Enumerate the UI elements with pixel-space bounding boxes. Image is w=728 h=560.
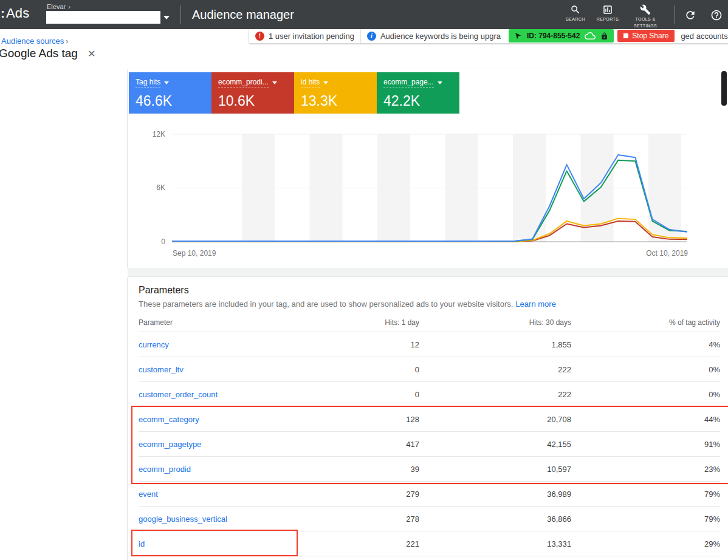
dropdown-caret-icon[interactable] — [164, 81, 169, 84]
parameter-link[interactable]: customer_ltv — [139, 365, 184, 374]
parameter-link[interactable]: ecomm_prodid — [139, 465, 191, 474]
parameters-table-body: currency121,8554%customer_ltv02220%custo… — [139, 332, 720, 556]
table-cell: 0 — [321, 382, 419, 407]
table-cell-parameter: id — [139, 531, 321, 556]
search-icon — [570, 4, 581, 15]
dropdown-caret-icon[interactable] — [438, 81, 442, 84]
topbar-divider — [180, 5, 181, 24]
tools-label-line1: TOOLS & — [626, 17, 665, 22]
account-name: Elevar — [47, 3, 66, 10]
column-header-hits-1-day[interactable]: Hits: 1 day — [321, 313, 419, 332]
reports-label: REPORTS — [592, 17, 623, 22]
scorecard-value: 13.3K — [301, 93, 377, 109]
account-breadcrumb[interactable]: Elevar› — [47, 3, 70, 10]
breadcrumb-audience-sources-link[interactable]: Audience sources — [1, 36, 64, 46]
alert-icon: ! — [255, 32, 264, 41]
lock-icon — [600, 32, 608, 40]
share-id-text: ID: 794-855-542 — [527, 32, 580, 40]
parameters-table: Parameter Hits: 1 day Hits: 30 days % of… — [139, 313, 720, 556]
scorecard-label-row: id hits — [301, 78, 377, 87]
parameters-card: Parameters These parameters are included… — [128, 277, 728, 560]
topbar-divider — [675, 5, 675, 24]
table-cell: 417 — [321, 432, 419, 457]
user-invitation-notice[interactable]: ! 1 user invitation pending — [249, 29, 360, 43]
topbar: : Ads Elevar› Audience manager SEARCH RE… — [0, 0, 728, 29]
refresh-icon — [684, 9, 696, 21]
table-cell-parameter: ecomm_category — [139, 407, 321, 432]
learn-more-link[interactable]: Learn more — [515, 299, 555, 309]
tag-hits-chart-card: Tag hits 46.6K ecomm_prodi... 10.6K id h… — [128, 69, 728, 268]
table-cell: 39 — [321, 457, 419, 482]
dropdown-caret-icon[interactable] — [323, 81, 328, 84]
upgrade-notice[interactable]: i Audience keywords is being upgraded — [360, 29, 507, 43]
table-cell: 279 — [321, 482, 419, 507]
chevron-icon: › — [66, 36, 68, 46]
cloud-icon — [585, 30, 596, 41]
reports-icon — [602, 4, 613, 15]
table-cell: 79% — [571, 507, 720, 531]
breadcrumb: Audience sources› — [1, 36, 69, 46]
app-title: Audience manager — [192, 0, 294, 29]
column-header-hits-30-days[interactable]: Hits: 30 days — [419, 313, 571, 332]
wrench-icon — [640, 4, 651, 15]
parameter-link[interactable]: customer_order_count — [139, 390, 218, 399]
table-header-row: Parameter Hits: 1 day Hits: 30 days % of… — [139, 313, 720, 332]
search-label: SEARCH — [560, 17, 591, 22]
scorecard-label-row: ecomm_prodi... — [218, 78, 294, 87]
search-button[interactable]: SEARCH — [560, 4, 591, 22]
scorecard-metric-label: ecomm_page... — [383, 78, 434, 87]
managed-accounts-text[interactable]: ged accounts — [677, 32, 728, 41]
table-cell: 91% — [571, 432, 720, 457]
table-cell: 222 — [419, 382, 571, 407]
parameter-link[interactable]: ecomm_category — [139, 415, 199, 424]
table-cell: 222 — [419, 357, 571, 382]
table-row: google_business_vertical27836,86679% — [139, 507, 720, 531]
close-icon[interactable]: ✕ — [88, 48, 95, 60]
help-button[interactable] — [709, 7, 724, 23]
parameter-link[interactable]: google_business_vertical — [139, 514, 227, 524]
account-dropdown-caret-icon[interactable] — [163, 16, 170, 19]
account-selector-redacted[interactable] — [46, 11, 160, 24]
table-cell: 0 — [321, 357, 419, 382]
table-cell: 1,855 — [419, 332, 571, 357]
scorecard[interactable]: ecomm_page... 42.2K — [377, 72, 459, 114]
x-axis-end-label: Oct 10, 2019 — [627, 249, 688, 258]
scorecard[interactable]: id hits 13.3K — [294, 72, 377, 114]
parameter-link[interactable]: id — [139, 539, 145, 548]
table-row: event27936,98979% — [139, 482, 720, 507]
table-cell: 0% — [571, 357, 720, 382]
hits-line-chart — [171, 131, 688, 246]
table-cell: 23% — [571, 457, 720, 482]
scorecard[interactable]: ecomm_prodi... 10.6K — [211, 72, 294, 114]
table-cell-parameter: google_business_vertical — [139, 507, 321, 531]
dropdown-caret-icon[interactable] — [272, 81, 277, 84]
google-ads-logo-fragment: : — [1, 6, 5, 21]
scorecard-value: 42.2K — [383, 93, 459, 109]
column-header-parameter[interactable]: Parameter — [139, 313, 321, 332]
scorecard-label-row: ecomm_page... — [383, 78, 459, 87]
share-cursor-icon — [514, 32, 522, 40]
page-title-row: Google Ads tag ✕ — [0, 47, 95, 60]
y-axis-tick-12k: 12K — [137, 130, 165, 138]
reports-button[interactable]: REPORTS — [592, 4, 623, 22]
table-row: ecomm_prodid3910,59723% — [139, 457, 720, 482]
tools-settings-button[interactable]: TOOLS & SETTINGS — [626, 4, 665, 29]
scorecard-metric-label: ecomm_prodi... — [218, 78, 269, 87]
tools-label-line2: SETTINGS — [626, 24, 665, 29]
scorecard[interactable]: Tag hits 46.6K — [129, 72, 211, 114]
parameter-link[interactable]: currency — [139, 340, 169, 349]
scrollbar-thumb[interactable] — [721, 71, 727, 106]
table-cell: 36,989 — [419, 482, 571, 507]
stop-share-button[interactable]: Stop Share — [617, 30, 675, 42]
y-axis-tick-0: 0 — [137, 237, 165, 246]
parameter-link[interactable]: ecomm_pagetype — [139, 440, 201, 449]
table-cell-parameter: customer_order_count — [139, 382, 321, 407]
upgrade-text: Audience keywords is being upgraded — [380, 32, 501, 41]
chevron-right-icon: › — [68, 3, 70, 10]
parameter-link[interactable]: event — [139, 490, 158, 499]
table-cell: 0% — [571, 382, 720, 407]
table-cell-parameter: event — [139, 482, 321, 507]
column-header-pct-tag-activity[interactable]: % of tag activity — [571, 313, 720, 332]
refresh-button[interactable] — [682, 7, 698, 23]
parameters-description: These parameters are included in your ta… — [139, 299, 556, 309]
